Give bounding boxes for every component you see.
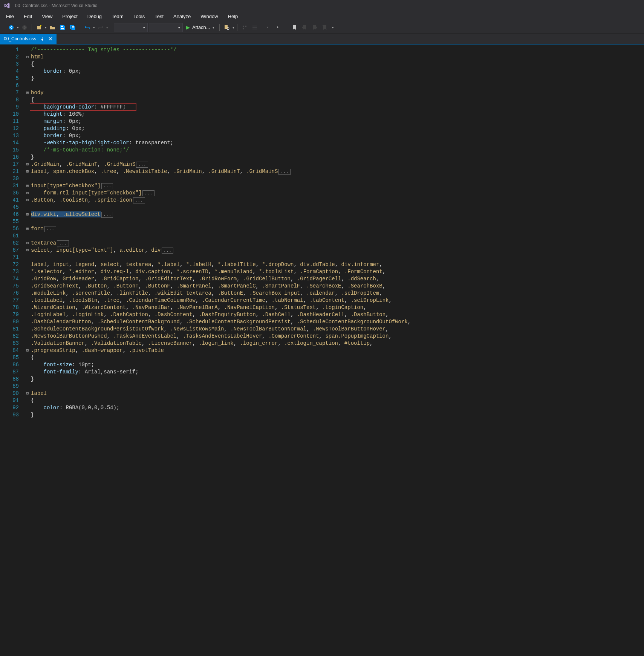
code-line[interactable]: select, input[type="text"], a.editor, di… — [31, 247, 644, 254]
chevron-down-icon[interactable]: ▾ — [233, 26, 234, 29]
fold-collapsed-icon[interactable]: ⊞ — [25, 211, 30, 218]
code-line[interactable]: .progressStrip, .dash-wrapper, .pivotTab… — [31, 347, 644, 354]
fold-collapsed-icon[interactable]: ⊞ — [25, 182, 30, 190]
menu-test[interactable]: Test — [150, 12, 168, 20]
undo-button[interactable] — [83, 23, 92, 32]
code-line[interactable]: .ScheduleContentBackgroundPersistOutOfWo… — [31, 326, 644, 333]
code-content[interactable]: /*--------------- Tag styles -----------… — [30, 44, 644, 419]
fold-collapsed-icon[interactable]: ⊞ — [25, 190, 30, 197]
menu-tools[interactable]: Tools — [129, 12, 149, 20]
fold-gutter[interactable]: ⊟⊟⊞⊞⊞⊞⊞⊞⊞⊞⊞⊟⊟ — [25, 44, 30, 656]
code-line[interactable] — [31, 175, 644, 182]
code-line[interactable]: div.wiki, .allowSelect... — [31, 211, 644, 218]
chevron-down-icon[interactable]: ▾ — [93, 26, 95, 29]
code-line[interactable] — [31, 383, 644, 390]
decrease-indent-button[interactable] — [265, 23, 274, 32]
menu-view[interactable]: View — [37, 12, 57, 20]
code-line[interactable]: .Button, .toolsBtn, .sprite-icon... — [31, 197, 644, 204]
fold-collapsed-icon[interactable]: ⊞ — [25, 161, 30, 168]
code-line[interactable]: border: 0px; — [31, 68, 644, 75]
code-line[interactable] — [31, 218, 644, 225]
code-line[interactable]: { — [31, 96, 644, 104]
code-line[interactable]: background-color: #FFFFFF; — [31, 104, 644, 111]
menu-file[interactable]: File — [2, 12, 18, 20]
new-project-button[interactable] — [35, 23, 44, 32]
menu-project[interactable]: Project — [58, 12, 82, 20]
code-line[interactable]: -webkit-tap-highlight-color: transparent… — [31, 139, 644, 147]
code-line[interactable]: } — [31, 411, 644, 419]
code-line[interactable]: *.selector, *.editor, div.req-l, div.cap… — [31, 268, 644, 275]
code-line[interactable]: border: 0px; — [31, 132, 644, 139]
code-line[interactable]: { — [31, 397, 644, 404]
bookmark-button[interactable] — [290, 23, 299, 32]
code-line[interactable]: /*-ms-touch-action: none;*/ — [31, 147, 644, 154]
chevron-down-icon[interactable]: ▾ — [45, 26, 47, 29]
menu-debug[interactable]: Debug — [83, 12, 106, 20]
navigate-back-button[interactable] — [7, 23, 16, 32]
code-line[interactable]: .LoginLabel, .LoginLink, .DashCaption, .… — [31, 311, 644, 318]
code-line[interactable] — [31, 254, 644, 261]
code-line[interactable]: padding: 0px; — [31, 125, 644, 132]
attach-debugger-button[interactable]: ▶ Attach... ▾ — [184, 24, 217, 30]
open-file-button[interactable] — [48, 23, 57, 32]
solution-config-dropdown[interactable]: ▾ — [114, 23, 148, 32]
code-line[interactable]: label, input, legend, select, textarea, … — [31, 261, 644, 268]
fold-collapsed-icon[interactable]: ⊞ — [25, 247, 30, 254]
code-line[interactable]: } — [31, 376, 644, 383]
code-line[interactable]: { — [31, 354, 644, 361]
increase-indent-button[interactable] — [275, 23, 284, 32]
code-line[interactable]: .moduleLink, .screenTitle, .linkTitle, .… — [31, 290, 644, 297]
code-editor[interactable]: 1234567891011121314151617213031364145465… — [0, 44, 644, 656]
code-line[interactable]: form... — [31, 225, 644, 232]
code-line[interactable]: .toolLabel, .toolsBtn, .tree, .CalendarT… — [31, 297, 644, 304]
code-line[interactable]: .WizardCaption, .WizardContent, .NavPane… — [31, 304, 644, 311]
tab-active[interactable]: 00_Controls.css — [0, 34, 57, 44]
solution-platform-dropdown[interactable]: ▾ — [149, 23, 183, 32]
toolbar-overflow-icon[interactable]: ▾ — [332, 26, 334, 29]
fold-expanded-icon[interactable]: ⊟ — [25, 54, 30, 61]
code-line[interactable] — [31, 82, 644, 89]
menu-help[interactable]: Help — [223, 12, 243, 20]
fold-collapsed-icon[interactable]: ⊞ — [25, 240, 30, 247]
code-line[interactable] — [31, 204, 644, 211]
code-line[interactable]: height: 100%; — [31, 111, 644, 118]
save-button[interactable] — [58, 23, 67, 32]
save-all-button[interactable] — [68, 23, 77, 32]
code-line[interactable]: .DashCalendarButton, .ScheduleContentBac… — [31, 318, 644, 326]
fold-collapsed-icon[interactable]: ⊞ — [25, 168, 30, 175]
close-icon[interactable] — [48, 37, 53, 41]
fold-expanded-icon[interactable]: ⊟ — [25, 89, 30, 96]
code-line[interactable]: { — [31, 61, 644, 68]
code-line[interactable]: html — [31, 54, 644, 61]
menu-edit[interactable]: Edit — [19, 12, 37, 20]
code-line[interactable]: .GridRow, GridHeader, .GridCaption, .Gri… — [31, 275, 644, 283]
fold-expanded-icon[interactable]: ⊟ — [25, 347, 30, 354]
pin-icon[interactable] — [40, 37, 44, 41]
code-line[interactable]: form.rtl input[type="checkbox"]... — [31, 190, 644, 197]
code-line[interactable]: textarea... — [31, 240, 644, 247]
fold-collapsed-icon[interactable]: ⊞ — [25, 225, 30, 232]
code-line[interactable]: font-family: Arial,sans-serif; — [31, 369, 644, 376]
code-line[interactable]: .NewsToolBarButtonPushed, .TasksAndEvent… — [31, 333, 644, 340]
code-line[interactable]: color: RGBA(0,0,0,0.54); — [31, 404, 644, 411]
code-line[interactable]: .GridMain, .GridMainT, .GridMainS... — [31, 161, 644, 168]
code-line[interactable]: body — [31, 89, 644, 96]
find-in-files-button[interactable] — [222, 23, 231, 32]
code-line[interactable] — [31, 232, 644, 240]
chevron-down-icon[interactable]: ▾ — [17, 26, 19, 29]
code-line[interactable]: input[type="checkbox"]... — [31, 182, 644, 190]
code-line[interactable]: margin: 0px; — [31, 118, 644, 125]
fold-expanded-icon[interactable]: ⊟ — [25, 390, 30, 397]
menu-window[interactable]: Window — [196, 12, 222, 20]
code-line[interactable]: font-size: 10pt; — [31, 361, 644, 369]
code-line[interactable]: .ValidationBanner, .ValidationTable, .Li… — [31, 340, 644, 347]
menu-team[interactable]: Team — [107, 12, 128, 20]
code-line[interactable]: .GridSearchText, .Button, .ButtonT, .But… — [31, 283, 644, 290]
fold-collapsed-icon[interactable]: ⊞ — [25, 197, 30, 204]
code-line[interactable]: label — [31, 390, 644, 397]
code-line[interactable]: /*--------------- Tag styles -----------… — [31, 46, 644, 54]
code-line[interactable]: } — [31, 154, 644, 161]
code-line[interactable]: } — [31, 75, 644, 82]
code-line[interactable]: label, span.checkBox, .tree, .NewsListTa… — [31, 168, 644, 175]
menu-analyze[interactable]: Analyze — [169, 12, 195, 20]
